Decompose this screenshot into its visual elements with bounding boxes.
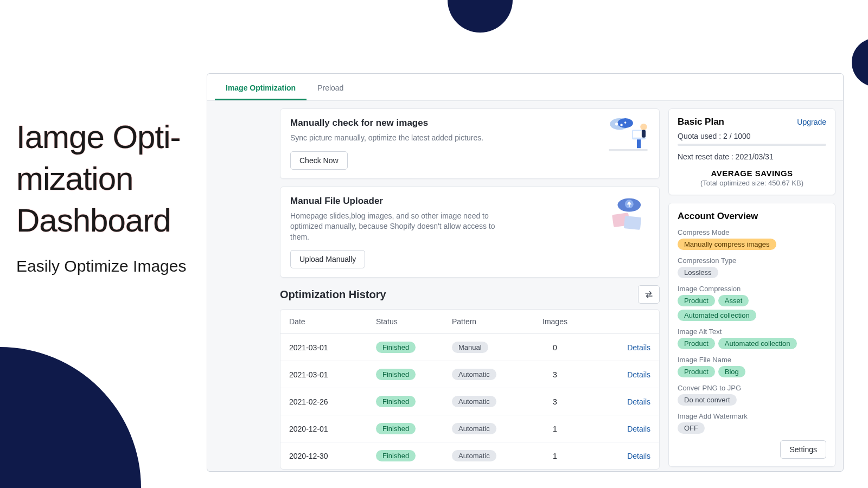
- cell-date: 2021-03-01: [289, 343, 376, 352]
- table-row: 2020-12-01 Finished Automatic 1 Details: [280, 415, 659, 442]
- cell-images: 3: [528, 397, 582, 406]
- manual-check-desc: Sync picture manually, optimize the late…: [290, 133, 507, 144]
- settings-button[interactable]: Settings: [780, 440, 826, 459]
- upgrade-link[interactable]: Upgrade: [797, 118, 826, 126]
- cell-date: 2020-12-01: [289, 425, 376, 433]
- app-frame: Image Optimization Preload Manually chec…: [207, 73, 844, 472]
- ov-label: Image Compression: [678, 285, 826, 293]
- tab-image-optimization[interactable]: Image Optimization: [215, 78, 307, 100]
- table-header: Date Status Pattern Images: [280, 310, 659, 334]
- reset-date: Next reset date : 2021/03/31: [678, 152, 826, 161]
- ov-pill: Product: [678, 295, 715, 306]
- ov-convert-png-jpg: Conver PNG to JPG Do not convert: [678, 384, 826, 406]
- sync-illustration-icon: [604, 114, 653, 158]
- hero-block: Iamge Opti-mization Dashboard Easily Opt…: [16, 117, 201, 278]
- plan-card: Basic Plan Upgrade Quota used : 2 / 1000…: [668, 108, 835, 195]
- ov-pill: Automated collection: [718, 338, 797, 349]
- svg-rect-9: [642, 130, 646, 137]
- col-images: Images: [528, 317, 582, 326]
- details-link[interactable]: Details: [627, 370, 650, 379]
- decorative-circle-top: [448, 0, 513, 33]
- manual-check-title: Manually check for new images: [290, 118, 649, 129]
- avg-savings-title: AVERAGE SAVINGS: [678, 169, 826, 178]
- check-now-button[interactable]: Check Now: [290, 151, 348, 170]
- quota-bar: [678, 144, 826, 146]
- hero-title: Iamge Opti-mization Dashboard: [16, 117, 201, 241]
- svg-rect-14: [624, 216, 641, 230]
- decorative-circle-right: [852, 38, 868, 87]
- tab-preload[interactable]: Preload: [307, 78, 354, 100]
- tabs: Image Optimization Preload: [207, 74, 843, 101]
- ov-pill: OFF: [678, 422, 705, 434]
- ov-image-alt-text: Image Alt Text Product Automated collect…: [678, 328, 826, 349]
- ov-pill: Do not convert: [678, 394, 737, 406]
- cell-images: 0: [528, 343, 582, 352]
- table-row: 2021-03-01 Finished Manual 0 Details: [280, 334, 659, 361]
- ov-label: Conver PNG to JPG: [678, 384, 826, 392]
- svg-point-8: [640, 124, 647, 130]
- manual-check-card: Manually check for new images Sync pictu…: [280, 108, 660, 179]
- pattern-badge: Automatic: [452, 423, 496, 434]
- refresh-button[interactable]: [638, 285, 660, 304]
- cell-images: 1: [528, 425, 582, 433]
- manual-uploader-card: Manual File Uploader Homepage slides,blo…: [280, 187, 660, 278]
- ov-label: Compress Mode: [678, 228, 826, 236]
- hero-subtitle: Easily Optimize Images: [16, 255, 201, 278]
- ov-pill: Automated collection: [678, 310, 756, 321]
- decorative-circle-bottom-left: [0, 347, 141, 488]
- ov-label: Image File Name: [678, 356, 826, 364]
- quota-label: Quota used : 2 / 1000: [678, 132, 826, 140]
- svg-point-4: [624, 121, 627, 124]
- svg-point-3: [620, 124, 622, 126]
- account-overview-card: Account Overview Compress Mode Manually …: [668, 203, 835, 467]
- refresh-icon: [644, 290, 654, 299]
- side-column: Basic Plan Upgrade Quota used : 2 / 1000…: [668, 108, 835, 472]
- pattern-badge: Manual: [452, 342, 488, 353]
- ov-pill: Asset: [718, 295, 749, 306]
- ov-label: Image Alt Text: [678, 328, 826, 336]
- col-date: Date: [289, 317, 376, 326]
- status-badge: Finished: [376, 369, 416, 380]
- details-link[interactable]: Details: [627, 343, 650, 352]
- main-column: Manually check for new images Sync pictu…: [280, 108, 660, 472]
- pattern-badge: Automatic: [452, 396, 496, 407]
- pattern-badge: Automatic: [452, 450, 496, 461]
- history-section-head: Optimization History: [280, 285, 660, 304]
- manual-uploader-title: Manual File Uploader: [290, 196, 649, 207]
- overview-title: Account Overview: [678, 211, 826, 222]
- cell-images: 3: [528, 370, 582, 379]
- cell-date: 2020-12-30: [289, 452, 376, 460]
- ov-watermark: Image Add Watermark OFF: [678, 412, 826, 434]
- history-table: Date Status Pattern Images 2021-03-01 Fi…: [280, 309, 660, 470]
- status-badge: Finished: [376, 450, 416, 461]
- details-link[interactable]: Details: [627, 397, 650, 406]
- details-link[interactable]: Details: [627, 452, 650, 460]
- svg-rect-10: [609, 149, 647, 151]
- status-badge: Finished: [376, 342, 416, 353]
- upload-manually-button[interactable]: Upload Manually: [290, 250, 365, 268]
- svg-rect-7: [637, 139, 641, 148]
- ov-pill: Blog: [718, 366, 745, 377]
- table-row: 2021-03-01 Finished Automatic 3 Details: [280, 361, 659, 388]
- ov-pill: Manually compress images: [678, 239, 776, 250]
- col-status: Status: [376, 317, 452, 326]
- manual-uploader-desc: Homepage slides,blog images, and so othe…: [290, 211, 507, 243]
- ov-compression-type: Compression Type Lossless: [678, 256, 826, 278]
- status-badge: Finished: [376, 423, 416, 434]
- details-link[interactable]: Details: [627, 425, 650, 433]
- pager: [280, 470, 660, 472]
- table-row: 2020-12-30 Finished Automatic 1 Details: [280, 442, 659, 469]
- ov-image-compression: Image Compression Product Asset Automate…: [678, 285, 826, 321]
- ov-image-file-name: Image File Name Product Blog: [678, 356, 826, 377]
- table-row: 2021-02-26 Finished Automatic 3 Details: [280, 388, 659, 415]
- svg-point-2: [615, 123, 618, 125]
- ov-pill: Lossless: [678, 267, 718, 278]
- cell-date: 2021-02-26: [289, 397, 376, 406]
- cell-images: 1: [528, 452, 582, 460]
- ov-pill: Product: [678, 366, 715, 377]
- pattern-badge: Automatic: [452, 369, 496, 380]
- avg-savings-sub: (Total optimized size: 450.67 KB): [678, 179, 826, 187]
- ov-compress-mode: Compress Mode Manually compress images: [678, 228, 826, 250]
- plan-name: Basic Plan: [678, 117, 724, 127]
- ov-label: Compression Type: [678, 256, 826, 265]
